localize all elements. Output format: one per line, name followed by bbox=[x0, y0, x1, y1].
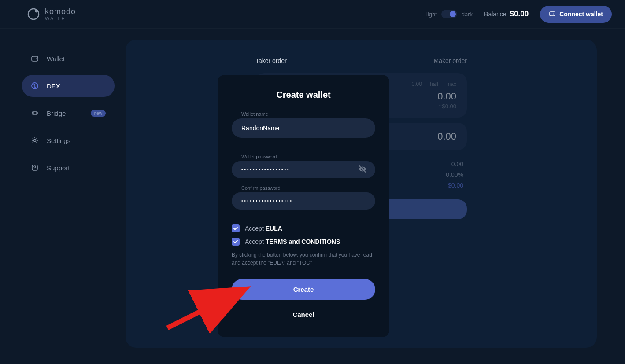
eula-link[interactable]: EULA bbox=[266, 225, 282, 232]
svg-rect-2 bbox=[550, 12, 555, 16]
sidebar-item-label: Support bbox=[47, 164, 70, 172]
sidebar: Wallet DEX Bridge new Settings Support bbox=[22, 48, 115, 184]
theme-toggle: light dark bbox=[426, 10, 473, 18]
svg-rect-4 bbox=[32, 56, 38, 61]
logo-main-text: komodo bbox=[45, 7, 76, 15]
disclaimer-text: By clicking the button below, you confir… bbox=[232, 251, 375, 267]
half-button[interactable]: half bbox=[430, 81, 438, 87]
svg-point-8 bbox=[34, 140, 36, 142]
divider bbox=[232, 146, 375, 146]
theme-toggle-switch[interactable] bbox=[441, 10, 457, 18]
sidebar-item-bridge[interactable]: Bridge new bbox=[22, 102, 115, 124]
create-button[interactable]: Create bbox=[232, 279, 375, 300]
confirm-password-label: Confirm password bbox=[241, 185, 375, 191]
available-amount: 0.00 bbox=[412, 81, 422, 87]
svg-point-1 bbox=[35, 10, 38, 13]
summary-value: 0.00 bbox=[451, 161, 463, 168]
swap-icon bbox=[31, 82, 39, 90]
sidebar-item-label: DEX bbox=[47, 82, 60, 90]
sidebar-item-support[interactable]: Support bbox=[22, 157, 115, 179]
wallet-icon bbox=[31, 55, 39, 63]
sidebar-item-settings[interactable]: Settings bbox=[22, 129, 115, 151]
cancel-button[interactable]: Cancel bbox=[232, 304, 375, 325]
accept-eula-text: Accept EULA bbox=[245, 225, 282, 232]
gear-icon bbox=[31, 136, 39, 144]
sidebar-item-label: Wallet bbox=[47, 55, 65, 63]
balance-amount: $0.00 bbox=[510, 10, 529, 18]
question-icon bbox=[31, 164, 39, 172]
new-badge: new bbox=[91, 110, 106, 117]
accept-terms-text: Accept TERMS and CONDITIONS bbox=[245, 238, 340, 245]
balance-display: Balance $0.00 bbox=[484, 10, 529, 18]
sidebar-item-wallet[interactable]: Wallet bbox=[22, 48, 115, 70]
create-wallet-modal: Create wallet Wallet name Wallet passwor… bbox=[218, 75, 389, 337]
logo-sub-text: WALLET bbox=[45, 16, 76, 21]
wallet-icon bbox=[549, 10, 556, 18]
svg-point-5 bbox=[36, 59, 37, 59]
wallet-password-input[interactable] bbox=[232, 161, 375, 178]
bridge-icon bbox=[31, 109, 39, 117]
sidebar-item-dex[interactable]: DEX bbox=[22, 75, 115, 97]
summary-value: 0.00% bbox=[446, 171, 463, 178]
theme-light-label: light bbox=[426, 11, 437, 18]
header: komodo WALLET light dark Balance $0.00 C… bbox=[0, 0, 625, 29]
wallet-name-label: Wallet name bbox=[241, 111, 375, 117]
toggle-password-visibility-icon[interactable] bbox=[358, 164, 367, 176]
terms-link[interactable]: TERMS and CONDITIONS bbox=[266, 238, 340, 245]
logo[interactable]: komodo WALLET bbox=[26, 7, 76, 21]
wallet-name-input[interactable] bbox=[232, 118, 375, 138]
balance-label: Balance bbox=[484, 11, 507, 18]
svg-point-3 bbox=[553, 13, 554, 14]
sidebar-item-label: Settings bbox=[47, 137, 70, 144]
komodo-logo-icon bbox=[26, 7, 41, 21]
confirm-password-input[interactable] bbox=[232, 192, 375, 210]
connect-wallet-button[interactable]: Connect wallet bbox=[540, 6, 612, 23]
theme-dark-label: dark bbox=[462, 11, 473, 18]
modal-title: Create wallet bbox=[232, 90, 375, 100]
sidebar-item-label: Bridge bbox=[47, 110, 66, 117]
tab-taker-order[interactable]: Taker order bbox=[255, 57, 287, 64]
wallet-password-label: Wallet password bbox=[241, 154, 375, 159]
accept-eula-checkbox[interactable] bbox=[232, 224, 240, 232]
tab-maker-order[interactable]: Maker order bbox=[434, 57, 467, 64]
svg-rect-7 bbox=[32, 112, 37, 114]
accept-terms-checkbox[interactable] bbox=[232, 238, 240, 246]
summary-value: $0.00 bbox=[448, 182, 463, 189]
max-button[interactable]: max bbox=[446, 81, 456, 87]
